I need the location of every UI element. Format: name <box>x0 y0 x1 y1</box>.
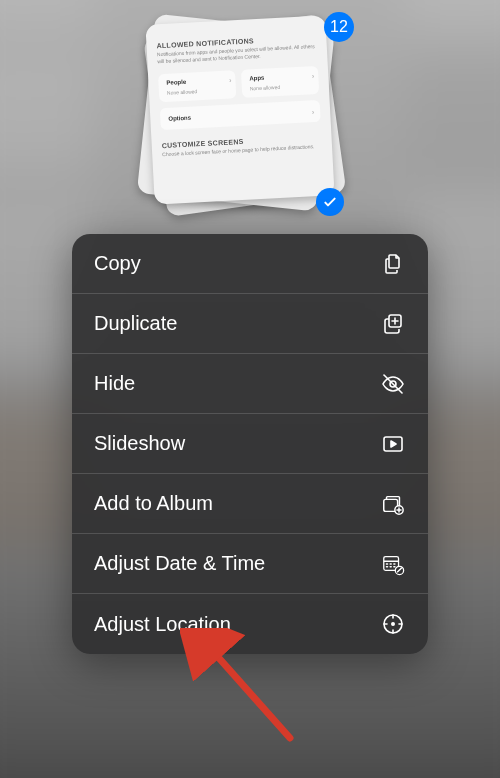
menu-item-hide[interactable]: Hide <box>72 354 428 414</box>
menu-item-adjust-date-time[interactable]: Adjust Date & Time <box>72 534 428 594</box>
selection-count-badge: 12 <box>324 12 354 42</box>
preview-people-box: People › None allowed <box>158 70 236 102</box>
context-menu: Copy Duplicate Hide Slideshow Add to Alb… <box>72 234 428 654</box>
svg-point-8 <box>392 623 394 625</box>
menu-item-label: Adjust Location <box>94 613 231 636</box>
album-add-icon <box>380 491 406 517</box>
menu-item-copy[interactable]: Copy <box>72 234 428 294</box>
checkmark-badge <box>316 188 344 216</box>
chevron-right-icon: › <box>312 108 315 115</box>
calendar-edit-icon <box>380 551 406 577</box>
preview-options-row: Options › <box>160 100 321 130</box>
menu-item-slideshow[interactable]: Slideshow <box>72 414 428 474</box>
checkmark-icon <box>322 194 338 210</box>
eye-slash-icon <box>380 371 406 397</box>
menu-item-add-to-album[interactable]: Add to Album <box>72 474 428 534</box>
copy-icon <box>380 251 406 277</box>
menu-item-duplicate[interactable]: Duplicate <box>72 294 428 354</box>
chevron-right-icon: › <box>229 76 232 83</box>
duplicate-icon <box>380 311 406 337</box>
selected-photos-stack[interactable]: ALLOWED NOTIFICATIONS Notifications from… <box>150 20 350 220</box>
play-rectangle-icon <box>380 431 406 457</box>
location-icon <box>380 611 406 637</box>
menu-item-label: Duplicate <box>94 312 177 335</box>
menu-item-label: Hide <box>94 372 135 395</box>
chevron-right-icon: › <box>312 72 315 79</box>
menu-item-adjust-location[interactable]: Adjust Location <box>72 594 428 654</box>
menu-item-label: Copy <box>94 252 141 275</box>
menu-item-label: Add to Album <box>94 492 213 515</box>
menu-item-label: Adjust Date & Time <box>94 552 265 575</box>
menu-item-label: Slideshow <box>94 432 185 455</box>
stack-card-front: ALLOWED NOTIFICATIONS Notifications from… <box>145 15 334 204</box>
preview-apps-box: Apps › None allowed <box>241 66 319 98</box>
